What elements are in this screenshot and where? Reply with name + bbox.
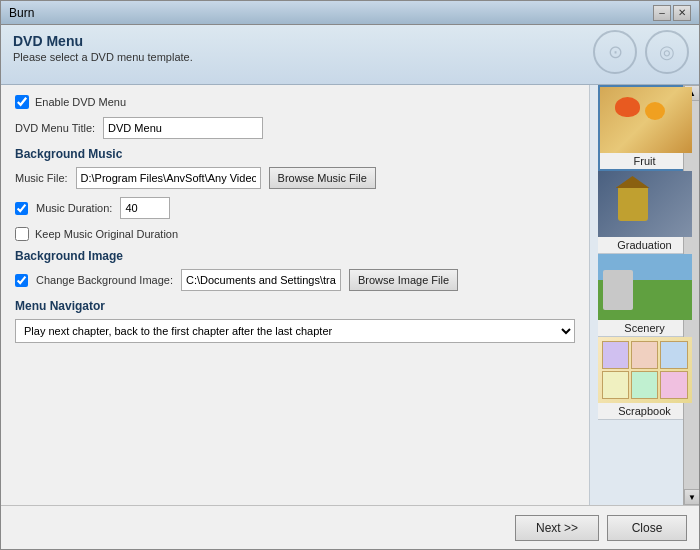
music-duration-checkbox[interactable] <box>15 202 28 215</box>
sidebar-item-scenery[interactable]: Scenery <box>598 254 692 337</box>
fruit-label: Fruit <box>600 153 690 169</box>
header-icons: ⊙ ◎ <box>593 30 689 74</box>
enable-dvd-menu-row: Enable DVD Menu <box>15 95 575 109</box>
sidebar-item-graduation[interactable]: Graduation <box>598 171 692 254</box>
scenery-label: Scenery <box>598 320 692 336</box>
film-icon: ⊙ <box>593 30 637 74</box>
disc-icon: ◎ <box>645 30 689 74</box>
graduation-image <box>598 171 692 237</box>
background-image-title: Background Image <box>15 249 575 263</box>
titlebar-controls: – ✕ <box>653 5 691 21</box>
dvd-menu-title-input[interactable] <box>103 117 263 139</box>
music-file-row: Music File: Browse Music File <box>15 167 575 189</box>
change-bg-label: Change Background Image: <box>36 274 173 286</box>
scrap-cell-2 <box>631 341 658 369</box>
scrap-cell-5 <box>631 371 658 399</box>
background-music-title: Background Music <box>15 147 575 161</box>
music-file-label: Music File: <box>15 172 68 184</box>
enable-dvd-menu-checkbox[interactable] <box>15 95 29 109</box>
sidebar-item-fruit[interactable]: Fruit <box>598 85 692 171</box>
scrapbook-image <box>598 337 692 403</box>
titlebar: Burn – ✕ <box>1 1 699 25</box>
close-button-footer[interactable]: Close <box>607 515 687 541</box>
main-window: Burn – ✕ DVD Menu Please select a DVD me… <box>0 0 700 550</box>
scrapbook-thumbnail <box>598 337 692 403</box>
music-file-input[interactable] <box>76 167 261 189</box>
scroll-down-button[interactable]: ▼ <box>684 489 699 505</box>
fruit-thumbnail <box>600 87 692 153</box>
header-subtitle: Please select a DVD menu template. <box>13 51 687 63</box>
fruit-image <box>600 87 692 153</box>
minimize-button[interactable]: – <box>653 5 671 21</box>
navigator-dropdown[interactable]: Play next chapter, back to the first cha… <box>15 319 575 343</box>
graduation-label: Graduation <box>598 237 692 253</box>
scenery-image <box>598 254 692 320</box>
music-duration-label: Music Duration: <box>36 202 112 214</box>
music-duration-input[interactable] <box>120 197 170 219</box>
scrap-cell-4 <box>602 371 629 399</box>
scenery-thumbnail <box>598 254 692 320</box>
close-button[interactable]: ✕ <box>673 5 691 21</box>
browse-image-button[interactable]: Browse Image File <box>349 269 458 291</box>
header-section: DVD Menu Please select a DVD menu templa… <box>1 25 699 85</box>
next-button[interactable]: Next >> <box>515 515 599 541</box>
music-duration-row: Music Duration: <box>15 197 575 219</box>
image-file-input[interactable] <box>181 269 341 291</box>
scrapbook-label: Scrapbook <box>598 403 692 419</box>
header-title: DVD Menu <box>13 33 687 49</box>
keep-music-checkbox[interactable] <box>15 227 29 241</box>
scrap-cell-1 <box>602 341 629 369</box>
footer: Next >> Close <box>1 505 699 549</box>
sidebar: ▲ ▼ Fruit Graduation <box>589 85 699 505</box>
enable-dvd-menu-label: Enable DVD Menu <box>35 96 126 108</box>
graduation-thumbnail <box>598 171 692 237</box>
menu-navigator-title: Menu Navigator <box>15 299 575 313</box>
window-title: Burn <box>9 6 34 20</box>
scrap-cell-3 <box>660 341 687 369</box>
dvd-menu-title-row: DVD Menu Title: <box>15 117 575 139</box>
sidebar-items: Fruit Graduation Scenery <box>598 85 692 420</box>
scrap-cell-6 <box>660 371 687 399</box>
change-bg-row: Change Background Image: Browse Image Fi… <box>15 269 575 291</box>
browse-music-button[interactable]: Browse Music File <box>269 167 376 189</box>
content-area: Enable DVD Menu DVD Menu Title: Backgrou… <box>1 85 699 505</box>
sidebar-item-scrapbook[interactable]: Scrapbook <box>598 337 692 420</box>
main-panel: Enable DVD Menu DVD Menu Title: Backgrou… <box>1 85 589 505</box>
change-bg-checkbox[interactable] <box>15 274 28 287</box>
keep-music-label: Keep Music Original Duration <box>35 228 178 240</box>
dvd-menu-title-label: DVD Menu Title: <box>15 122 95 134</box>
keep-music-row: Keep Music Original Duration <box>15 227 575 241</box>
